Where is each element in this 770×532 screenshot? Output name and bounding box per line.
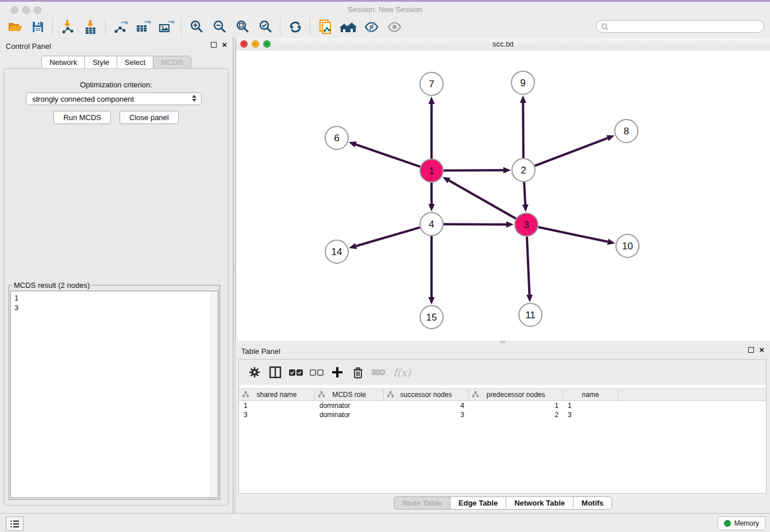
- splitter-grip[interactable]: [233, 264, 235, 277]
- home-button[interactable]: [337, 17, 360, 37]
- edge-4-14[interactable]: [356, 228, 420, 246]
- edge-4-3[interactable]: [444, 224, 506, 225]
- table-body: 1dominator4113dominator323: [239, 401, 766, 419]
- import-network-button[interactable]: [56, 17, 79, 37]
- table-panel-title: Table Panel: [241, 347, 280, 356]
- column-header-predecessor-nodes[interactable]: predecessor nodes: [469, 389, 563, 400]
- float-panel-icon[interactable]: [748, 347, 754, 353]
- graph-node-2[interactable]: 2: [512, 159, 535, 182]
- zoom-fit-button[interactable]: [231, 17, 254, 37]
- table-cell[interactable]: 1: [563, 401, 618, 410]
- tab-select[interactable]: Select: [117, 56, 153, 69]
- function-builder-button[interactable]: f(x): [393, 367, 411, 379]
- duplicate-network-view-button[interactable]: [314, 17, 337, 37]
- edge-2-3[interactable]: [524, 182, 525, 205]
- table-cell[interactable]: dominator: [315, 410, 384, 419]
- show-graphics-details-button[interactable]: [383, 17, 406, 37]
- delete-columns-button[interactable]: [349, 364, 367, 381]
- edge-3-11[interactable]: [527, 237, 530, 295]
- table-panel-header: Table Panel ×: [236, 343, 770, 359]
- graph-node-1[interactable]: 1: [420, 159, 443, 182]
- table-row[interactable]: 3dominator323: [239, 410, 766, 419]
- graph-node-7[interactable]: 7: [420, 72, 443, 95]
- tab-edge-table[interactable]: Edge Table: [450, 496, 506, 510]
- tab-network-table[interactable]: Network Table: [506, 496, 573, 510]
- close-panel-button[interactable]: Close panel: [120, 111, 179, 124]
- column-header-mcds-role[interactable]: MCDS role: [315, 389, 384, 400]
- zoom-selected-button[interactable]: [254, 17, 277, 37]
- table-cell[interactable]: 1: [239, 401, 315, 410]
- edge-3-1[interactable]: [449, 180, 515, 218]
- table-cell[interactable]: 1: [469, 401, 563, 410]
- graph-node-3[interactable]: 3: [515, 213, 538, 236]
- float-panel-icon[interactable]: [211, 42, 217, 48]
- import-table-button[interactable]: [79, 17, 102, 37]
- close-panel-icon[interactable]: ×: [222, 42, 227, 48]
- control-panel-header: Control Panel ×: [0, 38, 233, 54]
- search-input[interactable]: [611, 22, 764, 31]
- open-session-button[interactable]: [3, 17, 26, 37]
- hide-graphics-details-button[interactable]: [360, 17, 383, 37]
- result-line: 1: [14, 293, 214, 303]
- optimization-criterion-label: Optimization criterion:: [4, 80, 228, 89]
- run-mcds-button[interactable]: Run MCDS: [53, 111, 111, 124]
- edge-2-9[interactable]: [523, 103, 523, 158]
- graph-node-10[interactable]: 10: [616, 234, 639, 257]
- table-cell[interactable]: 2: [469, 410, 563, 419]
- optimization-dropdown[interactable]: strongly connected component: [26, 92, 202, 105]
- status-bar: Memory: [0, 513, 770, 532]
- edge-3-10[interactable]: [538, 227, 608, 241]
- close-panel-icon[interactable]: ×: [759, 347, 764, 353]
- graph-node-14[interactable]: 14: [325, 240, 348, 263]
- apply-layout-button[interactable]: [284, 17, 307, 37]
- network-graph[interactable]: 7968124314101511: [236, 51, 770, 341]
- save-session-button[interactable]: [26, 17, 49, 37]
- column-header-shared-name[interactable]: shared name: [239, 389, 315, 400]
- tab-network[interactable]: Network: [41, 56, 85, 69]
- export-table-button[interactable]: [132, 17, 155, 37]
- tab-motifs[interactable]: Motifs: [573, 496, 612, 510]
- zoom-out-button[interactable]: [208, 17, 231, 37]
- zoom-in-button[interactable]: [185, 17, 208, 37]
- search-box[interactable]: [596, 20, 764, 33]
- network-canvas[interactable]: 7968124314101511: [236, 51, 770, 341]
- deselect-all-icon: [309, 368, 324, 377]
- table-cell[interactable]: 4: [384, 401, 469, 410]
- result-scrollbar[interactable]: [211, 291, 218, 498]
- edge-1-6[interactable]: [356, 144, 420, 167]
- tab-style[interactable]: Style: [84, 56, 117, 69]
- graph-node-11[interactable]: 11: [519, 303, 542, 326]
- mcds-result-textarea[interactable]: 13: [10, 291, 218, 498]
- show-columns-button[interactable]: [267, 364, 284, 381]
- graph-node-6[interactable]: 6: [325, 126, 348, 149]
- column-header-name[interactable]: name: [563, 389, 618, 400]
- memory-button[interactable]: Memory: [718, 516, 765, 530]
- task-history-button[interactable]: [6, 516, 24, 531]
- open-folder-icon: [7, 20, 23, 34]
- graph-node-9[interactable]: 9: [511, 71, 534, 94]
- delete-table-button[interactable]: [370, 364, 387, 381]
- table-cell[interactable]: 3: [384, 410, 469, 419]
- graph-node-8[interactable]: 8: [615, 119, 638, 142]
- table-cell[interactable]: 3: [563, 410, 618, 419]
- select-all-button[interactable]: [287, 364, 305, 381]
- export-network-button[interactable]: [109, 17, 132, 37]
- toolbar-separator: [105, 19, 106, 35]
- trash-icon: [352, 366, 364, 379]
- graph-node-4[interactable]: 4: [420, 213, 443, 236]
- tab-mcds[interactable]: MCDS: [153, 56, 191, 69]
- table-row[interactable]: 1dominator411: [239, 401, 766, 410]
- edge-2-8[interactable]: [535, 138, 608, 165]
- table-options-button[interactable]: [246, 364, 263, 381]
- table-cell[interactable]: dominator: [315, 401, 384, 410]
- graph-node-15[interactable]: 15: [420, 306, 443, 329]
- sort-hierarchy-icon: [318, 391, 325, 398]
- tab-node-table[interactable]: Node Table: [394, 496, 451, 510]
- deselect-all-button[interactable]: [308, 364, 325, 381]
- add-column-button[interactable]: [329, 364, 346, 381]
- column-header-successor-nodes[interactable]: successor nodes: [384, 389, 469, 400]
- edge-1-2[interactable]: [444, 170, 503, 171]
- optimization-dropdown-value: strongly connected component: [32, 95, 134, 103]
- table-cell[interactable]: 3: [239, 410, 315, 419]
- export-image-button[interactable]: [155, 17, 178, 37]
